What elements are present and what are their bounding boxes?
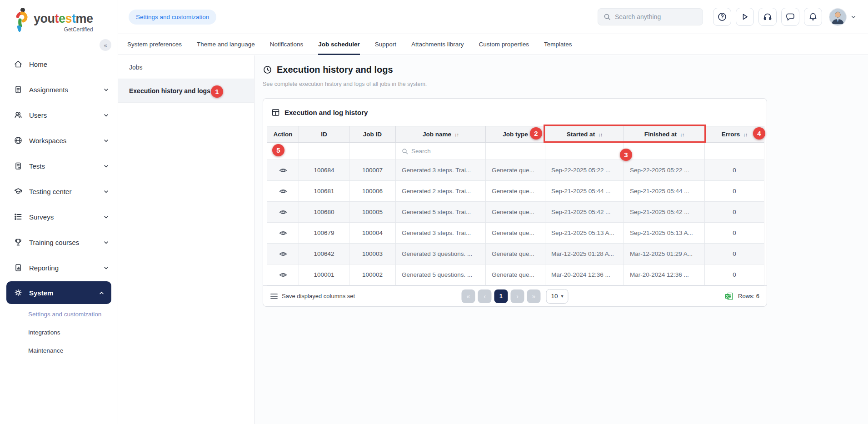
sidebar-item-label: System <box>29 289 53 297</box>
job-name-filter[interactable] <box>396 148 485 155</box>
gear-icon <box>14 288 23 297</box>
brand-mark-icon <box>12 6 31 33</box>
page-subtitle: See complete execution history and logs … <box>263 81 427 87</box>
annotation-badge-4: 4 <box>753 127 765 140</box>
avatar-menu-chevron-icon[interactable] <box>851 14 856 20</box>
job-type-filter-cell[interactable] <box>486 143 545 160</box>
tab-custom-properties[interactable]: Custom properties <box>479 34 529 55</box>
subnav-item-jobs[interactable]: Jobs <box>118 55 254 79</box>
view-log-button[interactable] <box>267 229 299 238</box>
next-page-button[interactable]: › <box>510 289 524 303</box>
sidebar-subitem-settings-and-customization[interactable]: Settings and customization <box>0 305 118 323</box>
table-row: 100681100006Generated 2 steps. Trai...Ge… <box>267 181 764 202</box>
search-icon <box>604 13 611 20</box>
breadcrumb-chip[interactable]: Settings and customization <box>129 10 216 25</box>
sidebar-nav: Home Assignments Users Workspaces Tests … <box>0 51 118 359</box>
sort-icon[interactable]: ↓↑ <box>743 132 747 137</box>
graduation-cap-icon <box>14 187 23 196</box>
sidebar-item-users[interactable]: Users <box>0 102 118 128</box>
page-size-select[interactable]: 10 ▾ <box>546 289 568 304</box>
view-log-button[interactable] <box>267 249 299 259</box>
annotation-badge-5: 5 <box>272 144 284 156</box>
table-row: 100680100005Generated 5 steps. Trai...Ge… <box>267 202 764 223</box>
view-log-button[interactable] <box>267 208 299 217</box>
sidebar-item-assignments[interactable]: Assignments <box>0 77 118 102</box>
sidebar-subitem-integrations[interactable]: Integrations <box>0 323 118 341</box>
table-footer: Save displayed columns set « ‹ 1 › » 10 … <box>263 285 767 306</box>
notifications-button[interactable] <box>804 8 822 26</box>
sidebar-item-label: Home <box>29 60 47 68</box>
sidebar-item-testing-center[interactable]: Testing center <box>0 179 118 204</box>
view-log-button[interactable] <box>267 270 299 279</box>
home-icon <box>14 60 23 69</box>
subnav-item-execution-history[interactable]: Execution history and logs <box>118 79 254 103</box>
sidebar-item-system[interactable]: System <box>6 281 111 304</box>
tab-support[interactable]: Support <box>375 34 396 55</box>
brand-tagline: GetCertified <box>34 26 93 33</box>
sidebar-item-home[interactable]: Home <box>0 51 118 77</box>
filter-row <box>267 143 764 160</box>
sidebar-item-label: Assignments <box>29 86 68 94</box>
settings-tab-bar: System preferencesTheme and languageNoti… <box>118 34 868 55</box>
tab-notifications[interactable]: Notifications <box>270 34 304 55</box>
sidebar-collapse-button[interactable]: « <box>100 39 111 51</box>
sidebar-item-training-courses[interactable]: Training courses <box>0 229 118 255</box>
prev-page-button[interactable]: ‹ <box>478 289 491 303</box>
support-button[interactable] <box>758 8 777 26</box>
history-clock-icon <box>263 65 272 75</box>
tests-icon <box>14 161 23 170</box>
sidebar-item-surveys[interactable]: Surveys <box>0 204 118 229</box>
search-input[interactable] <box>615 13 697 20</box>
trophy-icon <box>14 238 23 247</box>
job-id-filter-cell[interactable] <box>349 143 396 160</box>
job-name-search-input[interactable] <box>411 148 478 155</box>
tab-system-preferences[interactable]: System preferences <box>127 34 182 55</box>
pagination: « ‹ 1 › » 10 ▾ <box>461 289 568 304</box>
tab-theme-and-language[interactable]: Theme and language <box>197 34 255 55</box>
question-circle-icon <box>717 12 727 22</box>
chat-button[interactable] <box>781 8 799 26</box>
sidebar-item-label: Workspaces <box>29 137 66 145</box>
started-at-filter-cell[interactable] <box>545 143 624 160</box>
finished-at-filter-cell[interactable] <box>624 143 705 160</box>
excel-export-icon[interactable] <box>724 292 733 301</box>
view-log-button[interactable] <box>267 187 299 196</box>
tab-job-scheduler[interactable]: Job scheduler <box>318 34 360 55</box>
global-search[interactable] <box>598 8 703 25</box>
first-page-button[interactable]: « <box>461 289 475 303</box>
system-subitems: Settings and customization Integrations … <box>0 305 118 359</box>
user-avatar[interactable] <box>829 9 846 25</box>
annotation-badge-3: 3 <box>620 149 632 161</box>
chevron-down-icon <box>104 189 109 194</box>
id-filter-cell[interactable] <box>299 143 349 160</box>
chat-bubble-icon <box>785 12 795 22</box>
brand-wordmark: youtestme <box>34 13 93 25</box>
sidebar-item-label: Testing center <box>29 188 71 195</box>
last-page-button[interactable]: » <box>527 289 540 303</box>
save-columns-button[interactable]: Save displayed columns set <box>270 293 355 299</box>
job-scheduler-subnav: Jobs Execution history and logs <box>118 55 254 424</box>
page-title: Execution history and logs <box>263 65 393 75</box>
select-caret-icon: ▾ <box>561 294 564 299</box>
chevron-down-icon <box>104 214 109 219</box>
main-region: Settings and customization <box>118 0 868 424</box>
tutorials-button[interactable] <box>736 8 754 26</box>
sidebar-subitem-maintenance[interactable]: Maintenance <box>0 341 118 359</box>
main-content: Execution history and logs See complete … <box>254 55 868 424</box>
column-header-job-id: Job ID <box>349 126 396 143</box>
sidebar-item-tests[interactable]: Tests <box>0 153 118 179</box>
chevron-up-icon <box>99 290 104 295</box>
sort-icon[interactable]: ↓↑ <box>454 132 459 137</box>
sidebar-item-workspaces[interactable]: Workspaces <box>0 128 118 153</box>
tab-attachments-library[interactable]: Attachments library <box>411 34 464 55</box>
annotation-rectangle-started-finished <box>544 125 706 143</box>
help-button[interactable] <box>713 8 731 26</box>
column-header-job-name[interactable]: Job name↓↑ <box>396 126 486 143</box>
brand-logo: youtestme GetCertified <box>0 0 118 33</box>
current-page-button[interactable]: 1 <box>494 289 508 303</box>
sidebar-item-reporting[interactable]: Reporting <box>0 255 118 280</box>
errors-filter-cell[interactable] <box>705 143 764 160</box>
hamburger-icon <box>270 293 278 299</box>
view-log-button[interactable] <box>267 166 299 175</box>
tab-templates[interactable]: Templates <box>544 34 572 55</box>
